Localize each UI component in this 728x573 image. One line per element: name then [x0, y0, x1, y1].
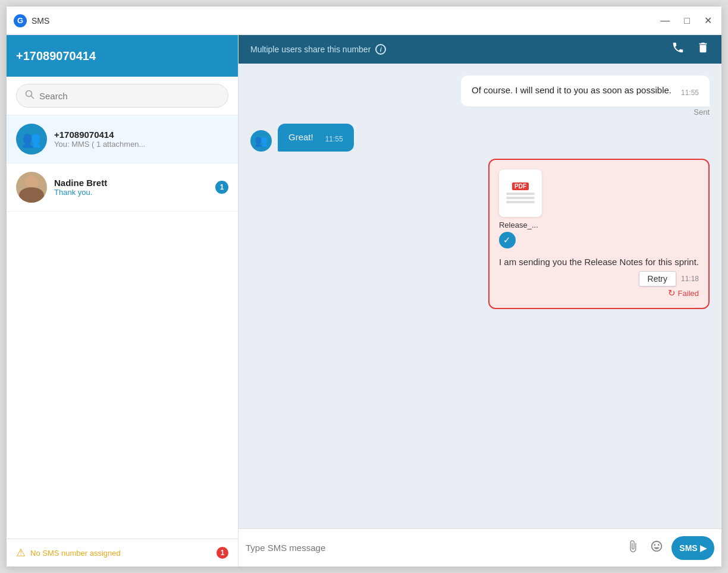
- contact-preview: Thank you.: [54, 188, 208, 197]
- list-item[interactable]: 👥 +17089070414 You: MMS ( 1 attachmen...: [7, 115, 238, 163]
- app-content: +17089070414: [7, 35, 721, 566]
- retry-button[interactable]: Retry: [639, 271, 676, 286]
- sender-avatar: 👥: [250, 130, 272, 152]
- message-outgoing: Of course. I will send it to you as soon…: [250, 75, 710, 117]
- svg-line-1: [32, 96, 34, 99]
- failed-time: 11:18: [681, 275, 699, 283]
- pdf-label: PDF: [512, 182, 529, 190]
- message-bubble: Of course. I will send it to you as soon…: [461, 75, 710, 106]
- message-time: 11:55: [325, 134, 343, 144]
- unread-badge: 1: [215, 181, 228, 194]
- search-box: [16, 84, 228, 108]
- call-icon[interactable]: [671, 41, 685, 58]
- emoji-button[interactable]: [648, 537, 666, 559]
- message-failed: PDF Release_... ✓ I am send: [250, 159, 710, 310]
- pdf-line: [506, 197, 535, 199]
- pdf-line: [506, 201, 535, 203]
- pdf-filename: Release_...: [499, 221, 538, 229]
- send-arrow-icon: ▶: [700, 543, 707, 553]
- pdf-lines: [506, 193, 535, 203]
- failed-status: ↻ Failed: [499, 288, 699, 298]
- list-item[interactable]: Nadine Brett Thank you. 1: [7, 163, 238, 212]
- group-icon: 👥: [255, 134, 268, 147]
- sidebar-header: +17089070414: [7, 35, 238, 77]
- no-sms-warning-text: No SMS number assigned: [30, 549, 212, 558]
- pdf-line: [506, 193, 535, 195]
- contact-info: Nadine Brett Thank you.: [54, 178, 208, 197]
- message-time: 11:55: [681, 87, 699, 98]
- title-bar: G SMS — □ ✕: [7, 7, 721, 35]
- bubble-inner: Great! 11:55: [288, 131, 343, 144]
- attach-button[interactable]: [624, 537, 642, 559]
- pdf-attachment: PDF Release_... ✓: [499, 169, 699, 248]
- refresh-icon: ↻: [668, 288, 676, 298]
- warning-icon: ⚠: [16, 546, 26, 559]
- send-label: SMS: [679, 543, 697, 553]
- avatar: [16, 172, 47, 203]
- multi-user-bar: Multiple users share this number i: [239, 35, 721, 64]
- sidebar-footer: ⚠ No SMS number assigned 1: [7, 539, 238, 566]
- failed-message-bubble: PDF Release_... ✓ I am send: [488, 159, 710, 310]
- failed-label: Failed: [678, 289, 699, 298]
- message-bubble: Great! 11:55: [278, 124, 354, 152]
- message-input[interactable]: [246, 543, 618, 553]
- chat-input-bar: SMS ▶: [239, 528, 721, 566]
- sidebar-phone-number: +17089070414: [16, 49, 96, 63]
- retry-row: Retry 11:18: [499, 271, 699, 286]
- pdf-icon-box: PDF: [499, 169, 542, 217]
- failed-message-text: I am sending you the Release Notes for t…: [499, 256, 699, 269]
- multi-user-text: Multiple users share this number: [250, 45, 371, 54]
- checkmark-icon: ✓: [499, 232, 516, 248]
- avatar: 👥: [16, 124, 47, 155]
- group-avatar-icon: 👥: [22, 130, 41, 149]
- sent-label: Sent: [694, 108, 710, 117]
- window-controls: — □ ✕: [658, 15, 714, 27]
- send-button[interactable]: SMS ▶: [671, 536, 714, 560]
- window-title: SMS: [32, 16, 658, 26]
- contact-list: 👥 +17089070414 You: MMS ( 1 attachmen...…: [7, 115, 238, 539]
- message-text: Great!: [288, 131, 313, 144]
- footer-badge: 1: [216, 547, 228, 559]
- app-window: G SMS — □ ✕ +17089070414: [6, 6, 722, 567]
- message-text: Of course. I will send it to you as soon…: [472, 85, 671, 95]
- search-icon: [25, 90, 34, 102]
- delete-icon[interactable]: [696, 41, 710, 58]
- contact-info: +17089070414 You: MMS ( 1 attachmen...: [54, 130, 228, 149]
- contact-name: +17089070414: [54, 130, 228, 140]
- minimize-button[interactable]: —: [658, 15, 672, 27]
- chat-area: Multiple users share this number i: [239, 35, 721, 566]
- sidebar: +17089070414: [7, 35, 239, 566]
- search-input[interactable]: [39, 91, 219, 101]
- info-icon: i: [375, 44, 386, 55]
- search-area: [7, 77, 238, 115]
- maximize-button[interactable]: □: [682, 15, 692, 27]
- chat-header-actions: [671, 41, 710, 58]
- message-incoming: 👥 Great! 11:55: [250, 124, 710, 152]
- chat-messages: Of course. I will send it to you as soon…: [239, 64, 721, 528]
- contact-name: Nadine Brett: [54, 178, 208, 188]
- close-button[interactable]: ✕: [702, 15, 714, 27]
- contact-preview: You: MMS ( 1 attachmen...: [54, 140, 228, 149]
- app-logo: G: [14, 14, 27, 27]
